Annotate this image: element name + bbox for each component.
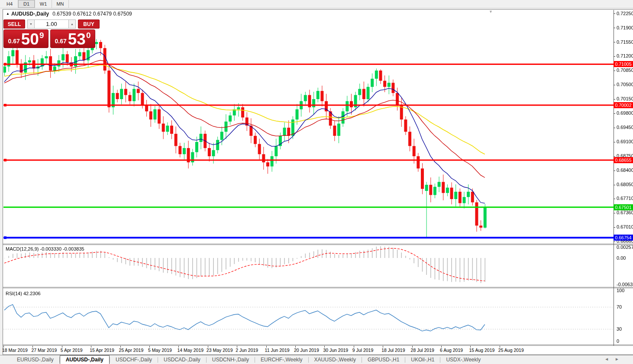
timeframe-D1[interactable]: D1 [18, 0, 35, 8]
chart-tab-bar: EURUSD-,DailyAUDUSD-,DailyUSDCHF-,DailyU… [0, 355, 633, 364]
price-axis-tick [614, 56, 615, 57]
date-axis-label: 28 Jul 2019 [411, 348, 434, 353]
rsi-axis-label: 30 [617, 326, 622, 332]
price-axis-label: 0.70850 [617, 68, 633, 73]
date-axis-label: 5 May 2019 [148, 348, 172, 353]
price-axis-tick [614, 71, 615, 71]
price-level-tag: 0.70002 [614, 102, 633, 108]
price-axis-label: 0.67710 [617, 196, 633, 201]
buy-price-pip: 0 [86, 31, 91, 40]
sell-price-button[interactable]: 0.67509 [3, 29, 48, 48]
date-axis-label: 14 May 2019 [177, 348, 203, 353]
price-axis-label: 0.70150 [617, 96, 633, 101]
date-axis-label: 18 Jul 2019 [381, 348, 405, 353]
price-axis-label: 0.67360 [617, 210, 633, 215]
date-axis-label: 9 Jul 2019 [352, 348, 373, 353]
sell-price-pip: 9 [39, 31, 44, 40]
chevron-up-icon: ▲ [71, 23, 74, 26]
chart-shift-marker-icon: ▼ [489, 10, 493, 14]
buy-price-button[interactable]: 0.67530 [50, 29, 95, 48]
price-axis-tick [614, 156, 615, 157]
price-axis-tick [614, 213, 615, 213]
price-axis-tick [614, 99, 615, 100]
rsi-indicator-label: RSI(14) 42.2306 [6, 291, 41, 296]
volume-decrease-button[interactable]: ▼ [27, 19, 35, 29]
date-axis-label: 15 Apr 2019 [90, 348, 114, 353]
buy-button[interactable]: BUY [78, 19, 100, 29]
price-level-tag: 0.71005 [614, 61, 633, 67]
price-axis-label: 0.67010 [617, 224, 633, 229]
price-axis-tick [614, 128, 615, 128]
price-axis-label: 0.68400 [617, 168, 633, 173]
date-axis-label: 25 Apr 2019 [119, 348, 144, 353]
volume-input[interactable] [35, 19, 68, 29]
macd-axis-label: 0.00 [617, 255, 626, 261]
price-axis-tick [614, 42, 615, 42]
tab-xauusd-weekly[interactable]: XAUUSD-,Weekly [309, 356, 362, 364]
chevron-down-icon: ▼ [29, 23, 32, 26]
macd-axis-label: 0.002574 [617, 245, 633, 250]
tab-usdx-weekly[interactable]: USDX-,Weekly [440, 356, 486, 364]
timeframe-W1[interactable]: W1 [35, 0, 52, 8]
chart-ohlc-values: 0.67539 0.67612 0.67479 0.67509 [52, 11, 132, 17]
price-axis-label: 0.69450 [617, 125, 633, 130]
tab-eurchf-weekly[interactable]: EURCHF-,Weekly [255, 356, 308, 364]
chart-title: ▲AUDUSD-,Daily0.67539 0.67612 0.67479 0.… [6, 11, 132, 17]
price-axis-tick [614, 227, 615, 228]
price-axis-tick [614, 85, 615, 85]
price-axis-border [614, 10, 614, 346]
date-axis-label: 11 Jun 2019 [265, 348, 290, 353]
tab-audusd-daily[interactable]: AUDUSD-,Daily [60, 355, 110, 364]
price-axis-tick [614, 28, 615, 28]
price-axis-label: 0.68050 [617, 182, 633, 187]
price-axis-tick [614, 142, 615, 142]
tab-scroll-left-icon[interactable]: ◄ [604, 357, 615, 361]
price-axis-tick [614, 171, 615, 171]
macd-axis-label: -0.006326 [617, 282, 633, 287]
price-level-tag: 0.68655 [614, 157, 633, 163]
tab-eurusd-daily[interactable]: EURUSD-,Daily [11, 356, 59, 364]
timeframe-H4[interactable]: H4 [1, 0, 18, 8]
price-axis-tick [614, 113, 615, 114]
price-axis-label: 0.71900 [617, 25, 633, 30]
volume-increase-button[interactable]: ▲ [68, 19, 76, 29]
price-axis-tick [614, 242, 615, 242]
date-axis-label: 18 Mar 2019 [2, 348, 28, 353]
price-axis-label: 0.70500 [617, 82, 633, 87]
tab-usdchf-daily[interactable]: USDCHF-,Daily [110, 356, 158, 364]
price-axis-tick [614, 13, 615, 14]
rsi-axis-label: 70 [617, 304, 622, 309]
sell-price-prefix: 0.67 [8, 38, 20, 45]
timeframe-toolbar: H4D1W1MN [0, 0, 633, 8]
macd-panel-canvas[interactable] [3, 245, 614, 287]
tab-usdcnh-daily[interactable]: USDCNH-,Daily [207, 356, 255, 364]
price-axis-label: 0.69800 [617, 110, 633, 116]
price-axis-label: 0.71550 [617, 39, 633, 45]
tab-scroll-right-icon[interactable]: ► [615, 357, 625, 361]
date-axis-label: 6 Aug 2019 [440, 348, 463, 353]
tab-ukoil-h1[interactable]: UKOil-,H1 [405, 356, 440, 364]
buy-price-prefix: 0.67 [55, 38, 67, 45]
date-axis-label: 30 Jun 2019 [323, 348, 348, 353]
panel-resize-handle[interactable] [3, 345, 633, 346]
rsi-panel-canvas[interactable] [3, 288, 614, 345]
tab-usdcad-daily[interactable]: USDCAD-,Daily [158, 356, 206, 364]
tab-gbpusd-h1[interactable]: GBPUSD-,H1 [362, 356, 405, 364]
price-axis-label: 0.71200 [617, 53, 633, 58]
sell-button[interactable]: SELL [3, 19, 25, 29]
rsi-axis-label: 100 [617, 288, 624, 293]
one-click-trading-panel: SELL ▼ ▲ BUY 0.67509 0.67530 [3, 19, 103, 48]
chart-symbol: AUDUSD-,Daily [11, 11, 49, 17]
macd-indicator-label: MACD(12,26,9) -0.003330 -0.003835 [6, 246, 84, 251]
date-axis-label: 5 Apr 2019 [61, 348, 83, 353]
timeframe-MN[interactable]: MN [52, 0, 69, 8]
price-axis-label: 0.69100 [617, 139, 633, 144]
price-axis-tick [614, 185, 615, 185]
price-axis-label: 0.72250 [617, 11, 633, 16]
price-level-tag: 0.67501 [614, 204, 633, 210]
collapse-icon[interactable]: ▲ [6, 12, 10, 16]
sell-price-main: 50 [21, 31, 39, 47]
price-level-tag: 0.66754 [614, 235, 633, 241]
date-axis-label: 23 May 2019 [207, 348, 233, 353]
tab-scroll-nav: ◄► [604, 357, 625, 361]
